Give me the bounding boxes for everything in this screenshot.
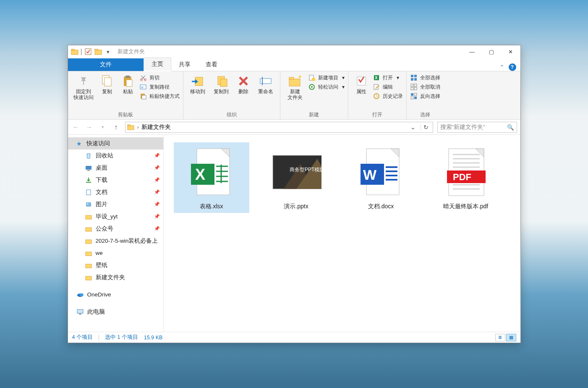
pin-icon: 📌 <box>154 202 160 207</box>
svg-rect-23 <box>289 77 294 79</box>
status-item-count: 4 个项目 <box>72 334 93 341</box>
nav-item-recycle[interactable]: 回收站📌 <box>68 149 163 162</box>
ribbon-group-open: 属性 X 打开 ▾ 编辑 历史记录 打开 <box>348 71 407 119</box>
view-details-button[interactable]: ≣ <box>495 334 505 341</box>
new-item-button[interactable]: 新建项目 ▾ <box>308 74 345 81</box>
nav-item-folder[interactable]: 壁纸 <box>68 259 163 271</box>
nav-item-folder[interactable]: 新建文件夹 <box>68 271 163 283</box>
maximize-button[interactable]: ▢ <box>482 45 501 58</box>
delete-icon <box>236 74 251 88</box>
pin-quick-access-button[interactable]: 固定到 快速访问 <box>71 73 96 102</box>
view-large-icons-button[interactable]: ▦ <box>506 334 516 341</box>
nav-item-downloads[interactable]: 下载📌 <box>68 174 163 186</box>
svg-text:W: W <box>363 167 377 183</box>
rename-button[interactable]: 重命名 <box>255 73 277 96</box>
file-thumb-pdf: PDF <box>441 145 491 199</box>
ribbon-group-select: 全部选择 全部取消 反向选择 选择 <box>407 71 444 119</box>
this-pc-icon <box>76 308 84 316</box>
address-bar[interactable]: › 新建文件夹 ⌄ ↻ <box>125 122 433 133</box>
window-title: 新建文件夹 <box>115 48 463 55</box>
invert-selection-button[interactable]: 反向选择 <box>410 92 440 100</box>
open-button[interactable]: X 打开 ▾ <box>373 74 403 81</box>
new-item-icon <box>308 74 316 81</box>
copy-button[interactable]: 复制 <box>97 73 117 96</box>
pictures-icon <box>85 201 92 208</box>
nav-item-folder[interactable]: 2020-7-5-win装机必备上 <box>68 235 163 247</box>
navigation-pane[interactable]: ★ 快速访问 回收站📌 桌面📌 下载📌 文档📌 图片📌 <box>68 135 164 332</box>
svg-rect-34 <box>411 75 413 77</box>
paste-shortcut-button[interactable]: 粘贴快捷方式 <box>139 92 180 100</box>
folder-icon <box>85 225 92 233</box>
properties-button[interactable]: 属性 <box>352 73 371 96</box>
svg-rect-3 <box>95 50 102 55</box>
checkbox-icon[interactable] <box>84 47 92 56</box>
back-button[interactable]: ← <box>71 123 81 131</box>
pin-icon <box>76 74 91 88</box>
edit-button[interactable]: 编辑 <box>373 83 403 91</box>
svg-rect-54 <box>86 215 91 219</box>
svg-rect-56 <box>86 240 91 244</box>
tab-share[interactable]: 共享 <box>171 58 198 71</box>
refresh-button[interactable]: ↻ <box>421 124 431 131</box>
copy-path-button[interactable]: w 复制路径 <box>139 83 180 91</box>
search-box[interactable]: 搜索"新建文件夹" 🔍 <box>437 122 517 133</box>
breadcrumb-folder[interactable]: 新建文件夹 <box>141 123 171 131</box>
forward-button[interactable]: → <box>85 123 94 131</box>
documents-icon <box>85 189 92 196</box>
paste-button[interactable]: 粘贴 <box>118 73 138 96</box>
nav-item-folder[interactable]: 公众号📌 <box>68 223 163 235</box>
copy-icon <box>100 74 114 88</box>
minimize-button[interactable]: — <box>463 45 482 58</box>
svg-rect-35 <box>414 75 417 77</box>
collapse-ribbon-icon[interactable]: ⌃ <box>499 64 504 71</box>
easy-access-button[interactable]: 轻松访问 ▾ <box>308 83 345 91</box>
nav-quick-access[interactable]: ★ 快速访问 <box>68 137 163 149</box>
nav-item-documents[interactable]: 文档📌 <box>68 186 163 198</box>
close-button[interactable]: ✕ <box>501 45 520 58</box>
folder-icon <box>85 213 92 220</box>
qat-dropdown-icon[interactable]: ▾ <box>104 47 112 56</box>
nav-this-pc[interactable]: 此电脑 <box>68 306 163 318</box>
star-icon: ★ <box>76 140 83 147</box>
nav-item-folder[interactable]: we <box>68 247 163 259</box>
nav-item-pictures[interactable]: 图片📌 <box>68 198 163 210</box>
svg-rect-43 <box>414 93 417 96</box>
file-item[interactable]: 商务型PPT模版P 演示.pptx <box>259 142 334 213</box>
svg-point-28 <box>311 86 313 88</box>
file-item[interactable]: W 文档.docx <box>343 142 419 213</box>
file-item[interactable]: X 表格.xlsx <box>174 142 249 213</box>
select-all-button[interactable]: 全部选择 <box>410 74 440 81</box>
svg-text:X: X <box>375 76 378 80</box>
nav-onedrive[interactable]: OneDrive <box>68 288 163 301</box>
ribbon-group-organize: 移动到 复制到 删除 重命名 组织 <box>183 71 280 119</box>
crumb-separator-icon[interactable]: › <box>137 124 139 130</box>
delete-button[interactable]: 删除 <box>234 73 253 96</box>
svg-point-11 <box>140 79 142 81</box>
history-button[interactable]: 历史记录 <box>373 92 403 100</box>
nav-item-folder[interactable]: 毕设_yyt📌 <box>68 210 163 223</box>
svg-text:w: w <box>141 85 144 89</box>
new-folder-button[interactable]: 新建 文件夹 <box>284 73 306 102</box>
group-label-organize: 组织 <box>187 110 277 118</box>
tab-view[interactable]: 查看 <box>198 58 225 71</box>
folder-icon[interactable] <box>94 47 102 56</box>
help-icon[interactable]: ? <box>509 63 516 71</box>
file-item[interactable]: PDF 晴天最终版本.pdf <box>428 142 504 213</box>
file-list[interactable]: X 表格.xlsx 商务型PPT模版P 演示.pptx W 文档.docx <box>164 135 520 332</box>
svg-marker-24 <box>298 75 302 79</box>
svg-point-26 <box>312 78 315 81</box>
up-button[interactable]: ↑ <box>112 123 121 131</box>
group-label-select: 选择 <box>410 110 440 118</box>
nav-item-desktop[interactable]: 桌面📌 <box>68 162 163 174</box>
copy-to-button[interactable]: 复制到 <box>210 73 232 96</box>
address-dropdown-icon[interactable]: ⌄ <box>408 124 418 131</box>
tab-home[interactable]: 主页 <box>144 58 171 71</box>
new-folder-icon <box>288 74 302 88</box>
tab-file[interactable]: 文件 <box>68 58 144 71</box>
move-to-button[interactable]: 移动到 <box>187 73 209 96</box>
select-none-button[interactable]: 全部取消 <box>410 83 440 91</box>
cut-button[interactable]: 剪切 <box>139 74 180 81</box>
status-selected-count: 选中 1 个项目 <box>105 334 138 341</box>
ribbon-group-clipboard: 固定到 快速访问 复制 粘贴 剪切 w 复制 <box>68 71 183 119</box>
history-dropdown[interactable]: ▾ <box>98 124 107 130</box>
